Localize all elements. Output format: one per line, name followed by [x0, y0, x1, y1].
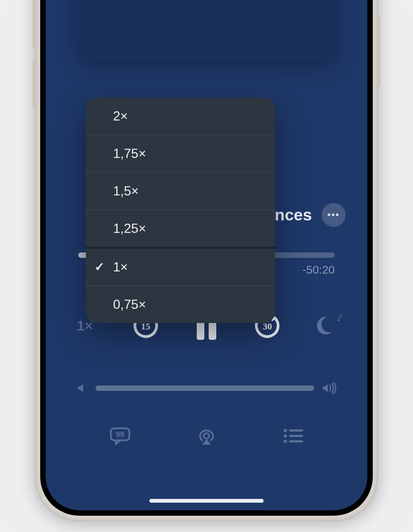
- volume-fill: [96, 385, 314, 391]
- volume-down-button: [33, 60, 36, 109]
- airplay-button[interactable]: [194, 423, 219, 448]
- speed-option-1-75x[interactable]: 1,75×: [86, 135, 275, 173]
- svg-point-7: [284, 429, 287, 432]
- home-indicator[interactable]: [149, 499, 264, 503]
- svg-rect-8: [289, 429, 303, 432]
- volume-up-button: [33, 0, 36, 49]
- screen: BRIN ences ••• -50:20 1×: [46, 0, 367, 510]
- speed-option-1-25x[interactable]: 1,25×: [86, 210, 275, 249]
- svg-rect-12: [289, 440, 303, 442]
- podcast-artwork[interactable]: BRIN: [78, 0, 336, 60]
- speed-option-label: 2×: [113, 109, 128, 123]
- ellipsis-icon: •••: [328, 210, 340, 220]
- speed-option-0-75x[interactable]: 0,75×: [86, 286, 275, 323]
- queue-button[interactable]: [281, 423, 306, 448]
- time-remaining: -50:20: [302, 263, 335, 276]
- svg-rect-10: [289, 435, 303, 437]
- volume-high-icon: [322, 382, 337, 394]
- chapters-button[interactable]: 99: [108, 423, 133, 448]
- stage: BRIN ences ••• -50:20 1×: [0, 0, 413, 532]
- svg-text:99: 99: [116, 430, 124, 439]
- svg-point-11: [284, 440, 287, 443]
- svg-point-9: [284, 434, 287, 438]
- speed-option-label: 1,25×: [113, 221, 146, 236]
- speed-option-1-5x[interactable]: 1,5×: [86, 173, 275, 210]
- speed-option-label: 1,5×: [113, 183, 139, 198]
- checkmark-icon: ✓: [95, 260, 104, 274]
- svg-point-6: [204, 433, 209, 439]
- svg-text:z: z: [340, 313, 342, 318]
- volume-track[interactable]: [96, 385, 314, 391]
- power-button: [377, 16, 380, 87]
- moon-icon: z z: [313, 311, 343, 341]
- speed-option-label: 1,75×: [113, 146, 146, 161]
- quote-bubble-icon: 99: [109, 427, 131, 445]
- more-button[interactable]: •••: [322, 203, 346, 227]
- playback-speed-menu: 2× 1,75× 1,5× 1,25× ✓ 1×: [86, 98, 275, 323]
- sleep-timer-button[interactable]: z z: [313, 313, 343, 339]
- bottom-toolbar: 99: [46, 423, 367, 448]
- list-icon: [283, 428, 304, 444]
- speed-option-2x[interactable]: 2×: [86, 98, 275, 135]
- speed-option-label: 0,75×: [113, 297, 146, 312]
- volume-low-icon: [76, 382, 88, 394]
- speed-option-1x[interactable]: ✓ 1×: [86, 249, 275, 286]
- airplay-icon: [196, 426, 217, 446]
- volume-control[interactable]: [76, 382, 337, 394]
- phone-frame: BRIN ences ••• -50:20 1×: [35, 0, 378, 521]
- speed-option-label: 1×: [113, 259, 128, 274]
- artwork-title: BRIN: [102, 0, 313, 60]
- phone-bezel: BRIN ences ••• -50:20 1×: [40, 0, 373, 516]
